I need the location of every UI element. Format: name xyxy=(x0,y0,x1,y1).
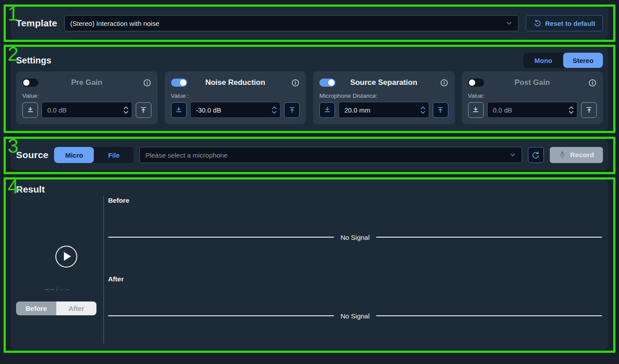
play-icon xyxy=(64,252,71,261)
param-label: Value : xyxy=(171,92,300,99)
pre-gain-title: Pre Gain xyxy=(22,78,151,87)
source-separation-title: Source Separation xyxy=(319,78,448,87)
time-total: --:-- xyxy=(59,286,69,293)
noise-reduction-value-input[interactable]: -30.0 dB xyxy=(190,102,281,118)
toggle-knob xyxy=(23,79,29,86)
waveform-line xyxy=(108,315,334,317)
microphone-icon xyxy=(559,151,566,159)
download-icon xyxy=(472,106,480,114)
settings-section: Settings Mono Stereo Pre Gain Value: xyxy=(11,46,608,131)
upload-icon xyxy=(436,106,444,114)
waveform-panel: Before No Signal After No Signal xyxy=(104,196,603,344)
info-icon[interactable] xyxy=(143,79,151,87)
value-stepper[interactable] xyxy=(123,106,129,114)
info-icon[interactable] xyxy=(588,79,597,87)
chevron-up-icon xyxy=(123,106,129,110)
before-playback-button[interactable]: Before xyxy=(16,301,56,315)
pre-gain-value-input[interactable]: 0.0 dB xyxy=(42,102,132,118)
noise-reduction-toggle[interactable] xyxy=(171,79,187,87)
reset-button-label: Reset to default xyxy=(545,20,595,27)
source-separation-toggle[interactable] xyxy=(319,79,335,87)
noise-reduction-title: Noise Reduction xyxy=(171,78,300,87)
mic-distance-input[interactable]: 20.0 mm xyxy=(339,102,429,118)
stereo-button[interactable]: Stereo xyxy=(563,53,603,68)
info-icon[interactable] xyxy=(291,79,300,87)
chevron-down-icon xyxy=(568,110,574,114)
source-separation-card: Source Separation Microphone Distance: 2… xyxy=(313,71,455,124)
file-tab[interactable]: File xyxy=(94,147,134,163)
result-title: Result xyxy=(16,184,45,195)
template-label: Template xyxy=(16,18,57,29)
download-button[interactable] xyxy=(468,102,484,118)
toggle-knob xyxy=(180,79,186,86)
time-separator: / xyxy=(56,286,60,293)
value-text: 20.0 mm xyxy=(344,106,420,114)
after-waveform: No Signal xyxy=(108,311,602,320)
pre-gain-toggle[interactable] xyxy=(22,79,38,87)
waveform-line xyxy=(376,237,602,238)
chevron-down-icon xyxy=(123,110,129,114)
app-root: Template (Stereo) Interaction with noise… xyxy=(0,0,619,364)
microphone-dropdown[interactable]: Please select a microphone xyxy=(139,147,522,163)
micro-tab[interactable]: Micro xyxy=(54,147,94,163)
settings-title: Settings xyxy=(16,55,51,66)
template-section: Template (Stereo) Interaction with noise… xyxy=(11,6,608,40)
pre-gain-card: Pre Gain Value: 0.0 dB xyxy=(16,71,158,124)
value-stepper[interactable] xyxy=(568,106,574,114)
before-waveform: No Signal xyxy=(108,233,602,242)
upload-button[interactable] xyxy=(284,102,300,118)
chevron-down-icon xyxy=(420,110,426,114)
download-button[interactable] xyxy=(22,102,38,118)
chevron-up-icon xyxy=(271,106,277,110)
download-button[interactable] xyxy=(319,102,335,118)
value-stepper[interactable] xyxy=(271,106,277,114)
chevron-down-icon xyxy=(271,110,277,114)
waveform-line xyxy=(376,315,602,317)
microphone-dropdown-placeholder: Please select a microphone xyxy=(145,151,509,159)
reset-icon xyxy=(533,19,541,27)
value-stepper[interactable] xyxy=(420,106,426,114)
source-type-tabs: Micro File xyxy=(54,147,134,163)
template-dropdown-value: (Stereo) Interaction with noise xyxy=(70,20,506,27)
record-button[interactable]: Record xyxy=(550,147,603,163)
template-dropdown[interactable]: (Stereo) Interaction with noise xyxy=(64,15,519,31)
upload-button[interactable] xyxy=(433,102,448,118)
chevron-up-icon xyxy=(568,106,574,110)
player-panel: --:-- / --:-- Before After xyxy=(11,196,103,344)
noise-reduction-card: Noise Reduction Value : -30.0 dB xyxy=(165,71,306,124)
param-label: Microphone Distance: xyxy=(319,92,448,99)
record-button-label: Record xyxy=(570,151,594,159)
playback-time: --:-- / --:-- xyxy=(11,286,103,293)
post-gain-toggle[interactable] xyxy=(468,79,484,87)
after-playback-button[interactable]: After xyxy=(56,301,96,315)
param-label: Value: xyxy=(22,92,151,99)
reset-to-default-button[interactable]: Reset to default xyxy=(526,15,603,31)
download-icon xyxy=(175,106,183,114)
result-section: Result --:-- / --:-- Before After Before… xyxy=(11,180,608,350)
mono-button[interactable]: Mono xyxy=(523,53,563,68)
info-icon[interactable] xyxy=(440,79,448,87)
upload-button[interactable] xyxy=(581,102,597,118)
source-section: Source Micro File Please select a microp… xyxy=(11,139,608,171)
upload-icon xyxy=(585,106,593,114)
chevron-down-icon xyxy=(509,151,516,159)
post-gain-value-input[interactable]: 0.0 dB xyxy=(487,102,578,118)
toggle-knob xyxy=(469,79,475,86)
download-icon xyxy=(26,106,34,114)
upload-button[interactable] xyxy=(136,102,151,118)
upload-icon xyxy=(288,106,296,114)
waveform-line xyxy=(108,237,334,238)
settings-cards-row: Pre Gain Value: 0.0 dB xyxy=(16,71,603,124)
before-waveform-label: Before xyxy=(108,197,130,204)
play-button[interactable] xyxy=(55,246,77,268)
chevron-down-icon xyxy=(506,20,513,27)
refresh-icon xyxy=(531,151,540,159)
download-icon xyxy=(323,106,331,114)
value-text: 0.0 dB xyxy=(493,106,569,114)
channel-mode-toggle: Mono Stereo xyxy=(523,53,603,68)
refresh-devices-button[interactable] xyxy=(528,147,544,163)
download-button[interactable] xyxy=(171,102,187,118)
source-label: Source xyxy=(16,150,48,160)
post-gain-title: Post Gain xyxy=(468,78,597,87)
value-text: 0.0 dB xyxy=(47,106,123,114)
